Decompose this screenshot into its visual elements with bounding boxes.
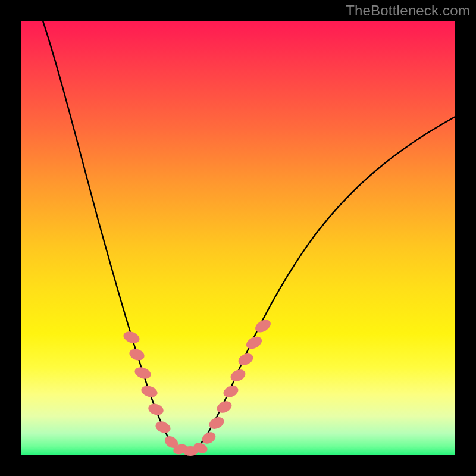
plot-gradient-area (21, 21, 455, 455)
watermark-text: TheBottleneck.com (346, 2, 470, 19)
chart-frame: TheBottleneck.com (0, 0, 476, 476)
